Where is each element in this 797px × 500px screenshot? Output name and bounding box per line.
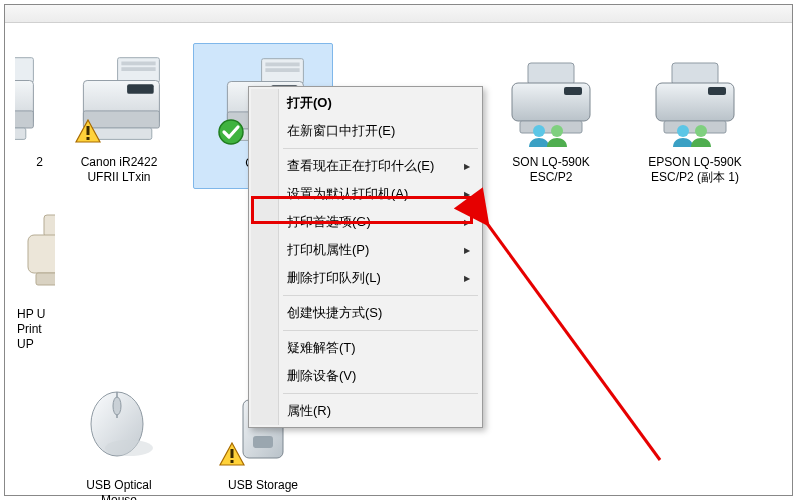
device-partial-left[interactable]: 2 [15, 43, 45, 189]
svg-point-38 [113, 397, 121, 415]
svg-rect-22 [528, 63, 574, 85]
check-icon [217, 118, 245, 146]
svg-point-26 [533, 125, 545, 137]
inkjet-printer-icon [17, 201, 55, 301]
svg-point-33 [695, 125, 707, 137]
svg-rect-46 [231, 449, 234, 458]
svg-rect-28 [672, 63, 718, 85]
device-label: USB Optical Mouse [86, 478, 151, 500]
svg-rect-8 [127, 84, 154, 94]
menu-open[interactable]: 打开(O) [251, 89, 480, 117]
printer-icon [69, 49, 169, 149]
svg-rect-34 [44, 215, 55, 237]
menu-delete-print-queue[interactable]: 删除打印队列(L) [251, 264, 480, 292]
menu-create-shortcut[interactable]: 创建快捷方式(S) [251, 299, 480, 327]
menu-see-whats-printing[interactable]: 查看现在正在打印什么(E) [251, 152, 480, 180]
toolbar [5, 5, 792, 23]
menu-printer-properties[interactable]: 打印机属性(P) [251, 236, 480, 264]
context-menu: 打开(O) 在新窗口中打开(E) 查看现在正在打印什么(E) 设置为默认打印机(… [248, 86, 483, 428]
svg-rect-2 [15, 110, 33, 127]
svg-rect-47 [231, 460, 234, 463]
device-canon-ir2422[interactable]: Canon iR2422 UFRII LTxin [49, 43, 189, 189]
svg-rect-5 [121, 61, 155, 65]
svg-rect-35 [28, 235, 55, 273]
svg-rect-15 [265, 62, 299, 66]
device-label: SON LQ-590K ESC/P2 [512, 155, 589, 185]
svg-point-32 [677, 125, 689, 137]
menu-printing-preferences[interactable]: 打印首选项(G) [251, 208, 480, 236]
svg-rect-12 [87, 126, 90, 135]
svg-rect-6 [121, 67, 155, 71]
device-hp-partial[interactable]: HP U Print UP [15, 195, 55, 354]
svg-rect-16 [265, 68, 299, 72]
inkjet-printer-icon [645, 49, 745, 149]
device-label: USB Storage [228, 478, 298, 493]
menu-properties[interactable]: 属性(R) [251, 397, 480, 425]
menu-separator [283, 148, 478, 149]
menu-separator [283, 295, 478, 296]
device-label: 2 [36, 155, 43, 170]
device-label: EPSON LQ-590K ESC/P2 (副本 1) [648, 155, 741, 185]
svg-rect-13 [87, 137, 90, 140]
svg-point-27 [551, 125, 563, 137]
svg-rect-0 [15, 57, 33, 82]
printer-icon [15, 49, 43, 149]
svg-rect-3 [15, 128, 25, 139]
shared-icon [671, 121, 717, 149]
device-mouse[interactable]: USB Optical Mouse [49, 366, 189, 500]
svg-rect-25 [564, 87, 582, 95]
svg-rect-44 [253, 436, 273, 448]
menu-separator [283, 330, 478, 331]
device-epson-1[interactable]: SON LQ-590K ESC/P2 [481, 43, 621, 189]
menu-remove-device[interactable]: 删除设备(V) [251, 362, 480, 390]
spacer [15, 366, 45, 500]
menu-set-default-printer[interactable]: 设置为默认打印机(A) [251, 180, 480, 208]
menu-troubleshoot[interactable]: 疑难解答(T) [251, 334, 480, 362]
device-epson-2[interactable]: EPSON LQ-590K ESC/P2 (副本 1) [625, 43, 765, 189]
device-label: Canon iR2422 UFRII LTxin [81, 155, 158, 185]
mouse-icon [69, 372, 169, 472]
menu-separator [283, 393, 478, 394]
inkjet-printer-icon [501, 49, 601, 149]
warning-icon [75, 119, 101, 143]
svg-rect-31 [708, 87, 726, 95]
svg-rect-36 [36, 273, 55, 285]
shared-icon [527, 121, 573, 149]
device-label: HP U Print UP [17, 307, 45, 352]
warning-icon [219, 442, 245, 466]
svg-point-39 [105, 440, 153, 456]
menu-open-new-window[interactable]: 在新窗口中打开(E) [251, 117, 480, 145]
